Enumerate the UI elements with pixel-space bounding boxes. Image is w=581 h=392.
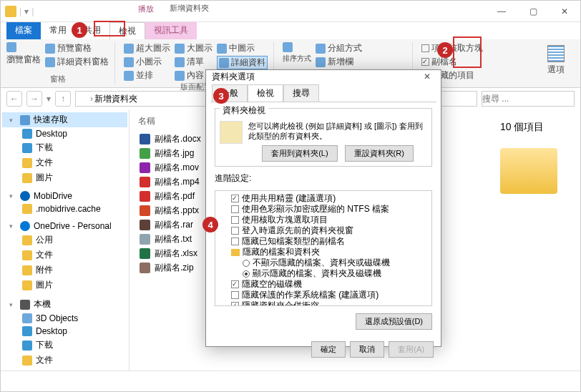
sort-button[interactable] [283, 42, 311, 52]
nav-pics2[interactable]: 圖片 [2, 278, 127, 293]
close-button[interactable]: ✕ [549, 1, 580, 22]
nav-quick-access[interactable]: ▾快速存取 [2, 112, 127, 127]
apply-button[interactable]: 套用(A) [389, 341, 434, 358]
nav-pictures[interactable]: 圖片 [2, 170, 127, 185]
layout-xl[interactable]: 超大圖示 [124, 42, 170, 54]
picture-icon [22, 173, 32, 183]
folder-icon [22, 250, 32, 260]
dialog-tabs: 一般 檢視 搜尋 [206, 83, 441, 102]
nav-attach[interactable]: 附件 [2, 263, 127, 278]
ribbon-context-label: 播放 [125, 3, 167, 15]
file-row[interactable]: 副檔名.mp4 [138, 175, 202, 189]
nav-desk2[interactable]: Desktop [2, 325, 127, 338]
nav-downloads[interactable]: 下載 [2, 140, 127, 155]
back-button[interactable]: ← [6, 91, 22, 107]
options-button[interactable]: 選項 [542, 42, 570, 84]
layout-details[interactable]: 詳細資料 [217, 56, 268, 69]
nav-docs3[interactable]: 文件 [2, 353, 127, 368]
tab-file[interactable]: 檔案 [6, 22, 41, 39]
groupby-button[interactable]: 分組方式 [316, 42, 406, 54]
layout-m[interactable]: 中圖示 [217, 42, 268, 54]
restore-defaults-button[interactable]: 還原成預設值(D) [356, 313, 432, 330]
annotation-badge-3: 3 [213, 88, 229, 104]
adv-radio-show[interactable]: 顯示隱藏的檔案、資料夾及磁碟機 [218, 268, 429, 279]
up-button[interactable]: ↑ [55, 91, 71, 107]
search-input[interactable] [482, 91, 575, 107]
tab-home[interactable]: 常用 [41, 22, 75, 39]
nav-public[interactable]: 公用 [2, 232, 127, 248]
reset-folders-button[interactable]: 重設資料夾(R) [345, 145, 414, 162]
file-row[interactable]: 副檔名.rar [138, 218, 202, 232]
adv-item[interactable]: 使用共用精靈 (建議選項) [218, 193, 429, 204]
file-row[interactable]: 副檔名.txt [138, 232, 202, 246]
adv-item[interactable]: 登入時還原先前的資料夾視窗 [218, 225, 429, 236]
tab-view[interactable]: 檢視 [109, 22, 145, 39]
nav-pane-button[interactable] [6, 42, 41, 52]
file-row[interactable]: 副檔名.xlsx [138, 247, 202, 260]
nav-documents[interactable]: 文件 [2, 155, 127, 170]
adv-item[interactable]: 使用核取方塊選取項目 [218, 215, 429, 225]
nav-pane-label: 瀏覽窗格 [6, 54, 41, 66]
desktop-icon [22, 129, 32, 139]
nav-thispc[interactable]: ▾本機 [2, 297, 127, 312]
preview-pane-button[interactable]: 預覽窗格 [45, 42, 109, 54]
layout-tiles[interactable]: 並排 [124, 69, 170, 82]
file-row[interactable]: 副檔名.pdf [138, 190, 202, 203]
nav-desktop[interactable]: Desktop [2, 127, 127, 140]
nav-3dobjects[interactable]: 3D Objects [2, 312, 127, 325]
maximize-button[interactable]: ▢ [517, 1, 549, 22]
nav-music[interactable]: 音樂 [2, 368, 127, 371]
folder-preview-icon [500, 148, 557, 194]
extensions-toggle[interactable]: 副檔名 [421, 56, 483, 68]
adv-item[interactable]: 隱藏空的磁碟機 [218, 279, 429, 290]
dialog-tab-search[interactable]: 搜尋 [283, 84, 319, 102]
minimize-button[interactable]: — [486, 1, 517, 22]
checkbox-icon [421, 44, 429, 52]
layout-l[interactable]: 大圖示 [175, 42, 213, 54]
forward-button[interactable]: → [26, 91, 42, 107]
adv-item[interactable]: 隱藏資料夾合併衝突 [218, 300, 429, 306]
adv-radio-dont-show[interactable]: 不顯示隱藏的檔案、資料夾或磁碟機 [218, 258, 429, 268]
breadcrumb-item[interactable]: 新增資料夾 [94, 93, 137, 105]
file-row[interactable]: 副檔名.pptx [138, 204, 202, 217]
nav-mobidrive[interactable]: ▾MobiDrive [2, 190, 127, 202]
column-header-name[interactable]: 名稱 [138, 114, 202, 132]
nav-mdcache[interactable]: .mobidrive.cache [2, 202, 127, 215]
file-row[interactable]: 副檔名.mov [138, 161, 202, 175]
checkbox-icon [231, 291, 239, 299]
ok-button[interactable]: 確定 [311, 341, 346, 358]
adv-item[interactable]: 隱藏保護的作業系統檔案 (建議選項) [218, 290, 429, 300]
folder-icon [79, 94, 89, 104]
dialog-body: 資料夾檢視 您可以將此檢視 (例如 [詳細資料] 或 [圖示]) 套用到此類型的… [210, 102, 436, 337]
advanced-settings-label: 進階設定: [215, 172, 432, 185]
apply-to-folders-button[interactable]: 套用到資料夾(L) [262, 145, 337, 162]
recent-dropdown[interactable]: ▾ [47, 94, 51, 104]
checkbox-icon [421, 58, 429, 66]
file-icon-rar [140, 220, 150, 230]
file-icon-pptx [140, 205, 150, 216]
details-pane-button[interactable]: 詳細資料窗格 [45, 56, 109, 68]
cancel-button[interactable]: 取消 [350, 341, 384, 358]
adv-item[interactable]: 使用色彩顯示加密或壓縮的 NTFS 檔案 [218, 204, 429, 215]
nav-docs2[interactable]: 文件 [2, 248, 127, 263]
qat-drop-icon[interactable]: ▾ [24, 6, 29, 16]
nav-onedrive[interactable]: ▾OneDrive - Personal [2, 220, 127, 232]
addcol-button[interactable]: 新增欄 [316, 56, 406, 68]
file-row[interactable]: 副檔名.jpg [138, 147, 202, 160]
adv-hide-extensions[interactable]: 隱藏已知檔案類型的副檔名 [218, 236, 429, 247]
file-row[interactable]: 副檔名.zip [138, 261, 202, 275]
checkbox-icon [231, 280, 239, 288]
layout-list[interactable]: 清單 [175, 56, 213, 68]
xl-icon [124, 44, 134, 54]
dialog-tab-view[interactable]: 檢視 [248, 84, 283, 102]
tab-video-tools[interactable]: 視訊工具 [145, 22, 197, 39]
layout-s[interactable]: 小圖示 [124, 56, 170, 68]
dialog-title: 資料夾選項 [212, 71, 255, 83]
file-row[interactable]: 副檔名.docx [138, 132, 202, 146]
document-icon [22, 356, 32, 366]
dialog-close-button[interactable]: ✕ [419, 70, 435, 83]
chevron-right-icon: › [90, 94, 93, 104]
nav-dl2[interactable]: 下載 [2, 338, 127, 353]
advanced-settings-list[interactable]: 使用共用精靈 (建議選項) 使用色彩顯示加密或壓縮的 NTFS 檔案 使用核取方… [215, 190, 432, 306]
document-icon [22, 158, 32, 168]
